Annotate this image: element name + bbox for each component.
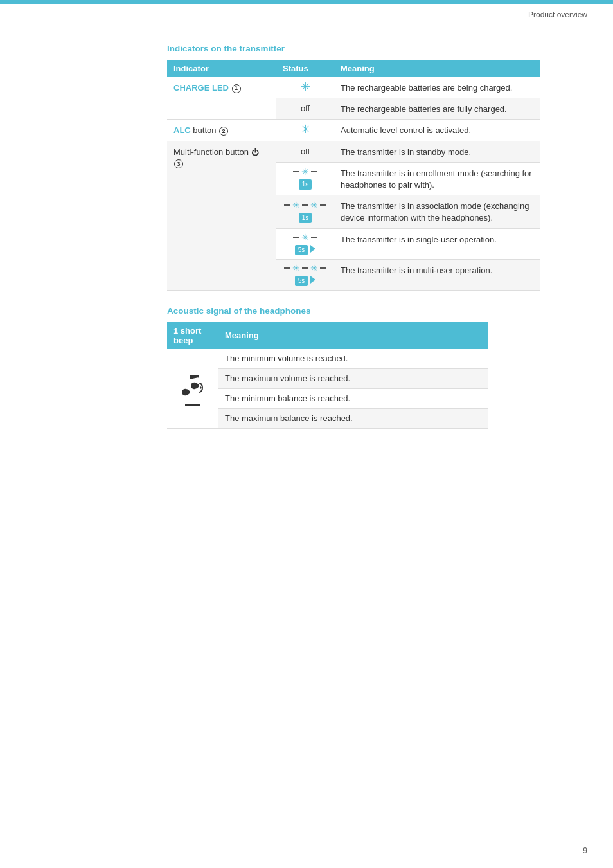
power-icon: ⏻ [251, 147, 259, 158]
charge-num: 1 [232, 84, 241, 93]
time-label: 1s [299, 213, 312, 223]
pattern4-line: ✳ ✳ [284, 264, 326, 273]
star-small-icon: ✳ [310, 201, 318, 210]
sound-icon [181, 372, 205, 399]
pattern1-line: ✳ [293, 167, 317, 176]
acoustic-col-beep: 1 short beep [167, 322, 218, 349]
note-line [185, 404, 200, 406]
charge-status-blink: ✳ [276, 77, 334, 98]
table-row: ALC button 2 ✳ Automatic level control i… [167, 120, 540, 141]
col-header-status: Status [276, 60, 334, 77]
mfb-meaning-multi: The transmitter is in multi-user operati… [334, 259, 540, 290]
mfb-status-pattern1: ✳ 1s [276, 162, 334, 195]
mfb-meaning-assoc: The transmitter is in association mode (… [334, 195, 540, 228]
pattern4-content: ✳ ✳ 5s [283, 264, 328, 286]
mfb-status-off: off [276, 141, 334, 162]
pattern1-content: ✳ 1s [283, 167, 328, 190]
charge-meaning-1: The rechargeable batteries are being cha… [334, 77, 540, 98]
time-box-1s-2: 1s [299, 211, 312, 223]
mfb-status-pattern2: ✳ ✳ 1s [276, 195, 334, 228]
dash-icon [311, 171, 317, 172]
charge-status-off: off [276, 98, 334, 120]
dash-icon [302, 204, 308, 206]
mfb-meaning-single: The transmitter is in single-user operat… [334, 228, 540, 259]
section-label: Product overview [0, 4, 613, 22]
acoustic-meaning-2: The maximum volume is reached. [218, 368, 488, 388]
alc-label: ALC [173, 125, 191, 135]
arrow-right-icon [310, 245, 315, 253]
dash-icon [293, 237, 299, 238]
table-row: CHARGE LED 1 ✳ The rechargeable batterie… [167, 77, 540, 98]
star-small-icon: ✳ [301, 233, 309, 242]
pattern2-line: ✳ ✳ [284, 201, 326, 210]
col-header-indicator: Indicator [167, 60, 276, 77]
pattern2-content: ✳ ✳ 1s [283, 201, 328, 223]
star-small-icon: ✳ [310, 264, 318, 273]
dash-icon [293, 171, 299, 172]
pattern3-content: ✳ 5s [283, 233, 328, 255]
time-label: 1s [299, 179, 312, 190]
acoustic-meaning-3: The minimum balance is reached. [218, 388, 488, 408]
charge-label: CHARGE LED [173, 83, 229, 93]
mfb-meaning-off: The transmitter is in standby mode. [334, 141, 540, 162]
blink-star-icon: ✳ [301, 80, 310, 93]
dash-icon [284, 204, 290, 206]
mfb-status-pattern4: ✳ ✳ 5s [276, 259, 334, 290]
acoustic-table: 1 short beep Meaning The minimum [167, 322, 488, 429]
alc-status: ✳ [276, 120, 334, 141]
time-label: 5s [295, 276, 308, 286]
transmitter-section-title: Indicators on the transmitter [167, 44, 587, 53]
charge-meaning-2: The rechargeable batteries are fully cha… [334, 98, 540, 120]
star-small-icon: ✳ [292, 201, 300, 210]
col-header-meaning: Meaning [334, 60, 540, 77]
star-small-icon: ✳ [292, 264, 300, 273]
dash-icon [311, 237, 317, 238]
charge-led-indicator: CHARGE LED 1 [167, 77, 276, 120]
acoustic-section-title: Acoustic signal of the headphones [167, 306, 587, 316]
star-small-icon: ✳ [301, 167, 309, 176]
pattern3-line: ✳ [293, 233, 317, 242]
time-arrow-row: 5s [295, 243, 316, 255]
time-box-1s: 1s [299, 177, 312, 190]
page-number: 9 [583, 846, 587, 855]
time-label: 5s [295, 245, 308, 255]
mfb-indicator: Multi-function button ⏻ 3 [167, 141, 276, 290]
dash-icon [320, 267, 326, 269]
sound-icon-cell [167, 349, 218, 429]
table-row: Multi-function button ⏻ 3 off The transm… [167, 141, 540, 162]
dash-icon [320, 204, 326, 206]
alc-star-icon: ✳ [301, 123, 310, 136]
acoustic-meaning-4: The maximum balance is reached. [218, 409, 488, 429]
alc-indicator: ALC button 2 [167, 120, 276, 141]
mfb-status-pattern3: ✳ 5s [276, 228, 334, 259]
acoustic-col-meaning: Meaning [218, 322, 488, 349]
alc-num: 2 [219, 127, 228, 136]
acoustic-meaning-1: The minimum volume is reached. [218, 349, 488, 369]
table-row: The minimum volume is reached. [167, 349, 488, 369]
transmitter-table: Indicator Status Meaning CHARGE LED 1 ✳ … [167, 60, 540, 291]
alc-meaning: Automatic level control is activated. [334, 120, 540, 141]
mfb-num: 3 [174, 159, 183, 168]
arrow-right-icon [310, 276, 315, 284]
main-content: Indicators on the transmitter Indicator … [0, 22, 613, 467]
mfb-meaning-enroll: The transmitter is in enrollment mode (s… [334, 162, 540, 195]
dash-icon [284, 267, 290, 269]
dash-icon [302, 267, 308, 269]
time-arrow-row-2: 5s [295, 274, 316, 286]
